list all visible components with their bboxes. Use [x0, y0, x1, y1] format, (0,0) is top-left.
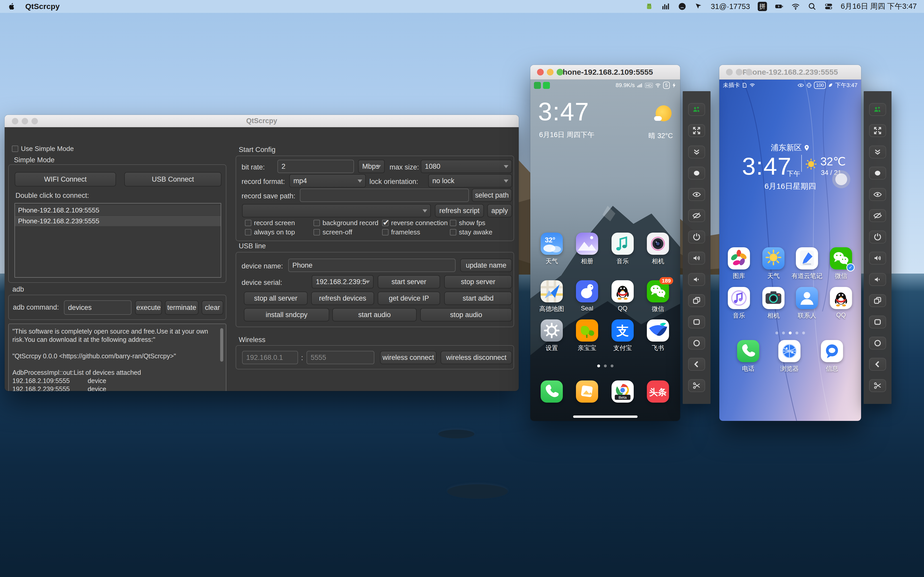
- checkbox-frameless[interactable]: frameless: [382, 228, 420, 236]
- phone2-titlebar[interactable]: Phone-192.168.2.239:5555: [719, 65, 861, 80]
- home-circle-button[interactable]: [688, 337, 705, 350]
- stop-audio-button[interactable]: stop audio: [420, 308, 512, 321]
- app-相机[interactable]: 相机: [760, 287, 787, 320]
- qq-icon[interactable]: [612, 280, 634, 302]
- wireless-port-input[interactable]: 5555: [307, 351, 374, 364]
- checkbox-box[interactable]: [382, 229, 389, 235]
- checkbox-screen-off[interactable]: screen-off: [313, 228, 352, 236]
- use-simple-mode-checkbox[interactable]: Use Simple Mode: [12, 145, 74, 153]
- chrome-beta-icon[interactable]: Beta: [612, 380, 634, 403]
- dock-app-信息[interactable]: 信息: [819, 340, 845, 373]
- app-微信[interactable]: 189微信: [645, 280, 671, 313]
- volume-up-button[interactable]: [688, 251, 705, 264]
- checkbox-box[interactable]: [12, 145, 18, 152]
- volume-down-button[interactable]: [869, 273, 886, 286]
- app-联系人[interactable]: 联系人: [793, 287, 821, 320]
- amap-icon[interactable]: [541, 280, 563, 302]
- start-audio-button[interactable]: start audio: [332, 308, 417, 321]
- phone1-home-indicator[interactable]: [573, 416, 638, 418]
- stop-server-button[interactable]: stop server: [444, 275, 512, 288]
- checkbox-box[interactable]: [450, 220, 456, 226]
- hide-screen-button[interactable]: [869, 209, 886, 222]
- max-size-select[interactable]: 1080: [421, 160, 512, 173]
- download-flag-icon[interactable]: [694, 2, 703, 11]
- checkbox-box[interactable]: [313, 220, 320, 226]
- device-group-button[interactable]: [688, 103, 705, 116]
- expand-notification-button[interactable]: [688, 145, 705, 158]
- hw-camera-icon[interactable]: [762, 287, 785, 309]
- app-相册[interactable]: 相册: [573, 233, 601, 265]
- home-circle-button[interactable]: [869, 337, 886, 350]
- clear-button[interactable]: clear: [202, 300, 223, 315]
- search-icon[interactable]: [808, 2, 816, 11]
- phone2-screen[interactable]: 未插卡 ! 100 下午3:47 浦东新区 3:47 下午 32℃ 34 / 2…: [719, 80, 861, 421]
- assistive-ball[interactable]: [832, 170, 850, 188]
- checkbox-box[interactable]: [245, 229, 251, 235]
- wechat-icon[interactable]: 189: [647, 280, 669, 302]
- wifi-connect-button[interactable]: WIFI Connect: [15, 172, 116, 187]
- app-亲宝宝[interactable]: 亲宝宝: [573, 319, 601, 352]
- show-screen-button[interactable]: [869, 188, 886, 201]
- back-button[interactable]: [688, 358, 705, 371]
- android-icon[interactable]: [645, 2, 654, 11]
- music-miui-icon[interactable]: [612, 233, 634, 255]
- gallery-miui-icon[interactable]: [576, 233, 598, 255]
- device-group-button[interactable]: [869, 103, 886, 116]
- usb-connect-button[interactable]: USB Connect: [124, 172, 221, 187]
- bit-rate-input[interactable]: 2: [278, 160, 354, 173]
- hw-gallery-icon[interactable]: [728, 247, 750, 269]
- github-icon[interactable]: [678, 2, 687, 11]
- select-path-button[interactable]: select path: [472, 189, 512, 202]
- wireless-disconnect-button[interactable]: wireless disconnect: [441, 351, 512, 364]
- checkbox-reverse-connection[interactable]: reverse connection: [382, 219, 448, 227]
- expand-notification-button[interactable]: [869, 145, 886, 158]
- app-switch-button[interactable]: [869, 294, 886, 307]
- app-QQ[interactable]: QQ: [609, 280, 636, 312]
- hide-screen-button[interactable]: [688, 209, 705, 222]
- phone-call-icon[interactable]: [737, 340, 759, 362]
- execute-button[interactable]: execute: [135, 300, 162, 315]
- checkbox-background-record[interactable]: background record: [313, 219, 378, 227]
- app-QQ[interactable]: QQ: [827, 287, 855, 319]
- checkbox-record-screen[interactable]: record screen: [245, 219, 295, 227]
- seal-icon[interactable]: [576, 280, 598, 302]
- zoom-button[interactable]: [557, 69, 563, 76]
- qtscrcpy-titlebar[interactable]: QtScrcpy: [5, 115, 519, 127]
- start-server-button[interactable]: start server: [378, 275, 440, 288]
- apply-button[interactable]: apply: [487, 204, 512, 218]
- power-button[interactable]: [869, 230, 886, 243]
- checkbox-show-fps[interactable]: show fps: [450, 219, 485, 227]
- gallery-orange-icon[interactable]: [576, 380, 598, 403]
- contacts-icon[interactable]: [796, 287, 818, 309]
- menu-square-button[interactable]: [869, 316, 886, 329]
- volume-down-button[interactable]: [688, 273, 705, 286]
- checkbox-box[interactable]: [450, 229, 456, 235]
- app-Seal[interactable]: Seal: [573, 280, 601, 312]
- checkbox-stay-awake[interactable]: stay awake: [450, 228, 493, 236]
- start-adbd-button[interactable]: start adbd: [444, 292, 512, 305]
- screen-clip-button[interactable]: [869, 379, 886, 392]
- adb-command-input[interactable]: devices: [64, 300, 131, 315]
- wechat-icon[interactable]: ✓: [830, 247, 852, 269]
- screenshot-button[interactable]: [688, 167, 705, 179]
- bit-rate-unit-select[interactable]: Mbps: [358, 160, 384, 173]
- minimize-button[interactable]: [22, 118, 28, 124]
- app-有道云笔记[interactable]: 有道云笔记: [793, 247, 821, 280]
- device-serial-select[interactable]: 192.168.2.239:5: [312, 275, 373, 288]
- app-音乐[interactable]: 音乐: [609, 233, 636, 265]
- checkbox-box[interactable]: [382, 220, 389, 226]
- terminate-button[interactable]: terminate: [165, 300, 199, 315]
- menu-square-button[interactable]: [688, 316, 705, 329]
- stats-bars-icon[interactable]: [661, 2, 670, 11]
- fullscreen-button[interactable]: [869, 124, 886, 137]
- camera-miui-icon[interactable]: [647, 233, 669, 255]
- device-list-item[interactable]: Phone-192.168.2.109:5555: [15, 205, 221, 215]
- app-图库[interactable]: 图库: [725, 247, 752, 280]
- close-button[interactable]: [12, 118, 18, 124]
- menu-bar-status-text[interactable]: 6月16日 周四 下午3:47: [841, 1, 917, 11]
- update-name-button[interactable]: update name: [460, 259, 512, 272]
- refresh-script-button[interactable]: refresh script: [435, 204, 484, 218]
- volume-up-button[interactable]: [869, 251, 886, 264]
- app-飞书[interactable]: 飞书: [645, 319, 671, 352]
- script-select[interactable]: [242, 204, 431, 218]
